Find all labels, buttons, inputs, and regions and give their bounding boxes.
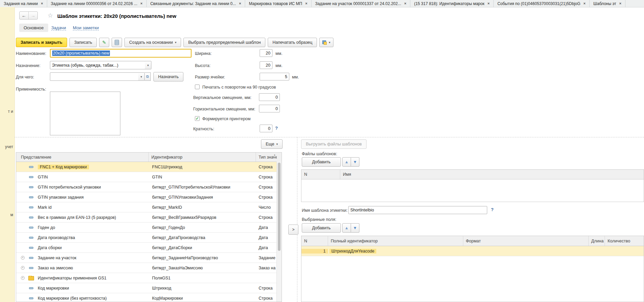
vertical-scrollbar[interactable] <box>276 162 282 302</box>
table-row[interactable]: + Годен до битмдт_ГоденДо Дата <box>16 223 282 233</box>
type-cell[interactable]: Задание н <box>256 256 277 260</box>
table-row[interactable]: + GTIN потребительской упаковки битмдт_G… <box>16 182 282 192</box>
column-header-name[interactable]: Представление <box>16 153 149 162</box>
purpose-dropdown-button[interactable]: ▾ <box>145 61 151 69</box>
close-icon[interactable]: × <box>488 2 490 5</box>
purpose-combobox[interactable]: Этикетка (обувь, одежда, табак...) <box>50 61 145 69</box>
column-header-full-identifier[interactable]: Полный идентификатор <box>328 236 463 246</box>
choose-predefined-template-button[interactable]: Выбрать предопределенный шаблон <box>183 38 265 47</box>
full-identifier-cell[interactable]: ШтрихкодДляYeacode <box>328 249 463 254</box>
identifier-cell[interactable]: КодМаркировки <box>149 296 256 301</box>
sidebar-item-fragment[interactable]: т и <box>8 109 13 114</box>
table-row[interactable]: 1 ШтрихкодДляYeacode <box>301 246 644 256</box>
applicability-textarea[interactable] <box>50 92 120 135</box>
type-cell[interactable]: Строка <box>256 165 277 169</box>
name-cell[interactable]: + Заказ на эмиссию <box>16 266 149 270</box>
printer-generated-checkbox[interactable]: ✓ <box>195 116 200 121</box>
print-sample-button[interactable]: Напечатать образец <box>268 38 317 47</box>
window-tab[interactable]: События по (01)04605370003031(21)5DbjoG … <box>494 0 590 7</box>
favorite-star-icon[interactable]: ☆ <box>48 12 53 19</box>
name-cell[interactable]: + Дата производства <box>16 235 149 240</box>
column-header-n[interactable]: N <box>301 236 328 246</box>
row-number-cell[interactable]: 1 <box>301 249 328 254</box>
table-row[interactable]: + Дата сборки битмдт_ДатаСборки Дата <box>16 243 282 253</box>
type-cell[interactable]: Строка <box>256 195 277 200</box>
for-what-combobox[interactable] <box>50 72 139 81</box>
identifier-cell[interactable]: FNC1Штрихкод <box>149 165 256 169</box>
v-offset-input[interactable]: 0 <box>259 93 280 101</box>
help-icon[interactable]: ? <box>275 126 278 131</box>
type-cell[interactable]: Строка <box>256 215 277 220</box>
column-header-count[interactable]: Количество <box>605 236 644 246</box>
name-cell[interactable]: + GTIN упаковки задания <box>16 195 149 200</box>
column-header-n[interactable]: N <box>301 170 340 179</box>
window-tab[interactable]: Задание на линии 000000356 от 24.02.2026… <box>47 0 147 7</box>
column-header-identifier[interactable]: Идентификатор <box>149 153 256 162</box>
type-cell[interactable]: Дата <box>256 235 277 240</box>
identifier-cell[interactable]: Штрихкод <box>149 286 256 291</box>
identifier-cell[interactable]: битмдт_GTINУпаковкиЗадания <box>149 195 256 200</box>
name-cell[interactable]: + Код маркировки <box>16 286 149 291</box>
identifier-cell[interactable]: битмдт_ДатаСборки <box>149 245 256 250</box>
type-cell[interactable]: Строка <box>256 175 277 179</box>
add-field-button[interactable]: Добавить <box>302 223 341 233</box>
name-cell[interactable]: + GTIN потребительской упаковки <box>16 185 149 190</box>
expand-icon[interactable]: + <box>21 276 25 280</box>
table-row[interactable]: + FNC1 + Код маркировки FNC1Штрихкод Стр… <box>16 162 282 172</box>
column-header-type[interactable]: Тип значе ▲ <box>256 153 277 162</box>
close-icon[interactable]: × <box>140 2 142 5</box>
rotate-90-checkbox[interactable] <box>195 85 200 89</box>
name-cell[interactable]: + FNC1 + Код маркировки <box>16 165 149 169</box>
identifier-cell[interactable]: битмдт_ЗаданиеНаПроизводство <box>149 256 256 260</box>
identifier-cell[interactable]: битмдт_ЗаказНаЭмиссию <box>149 266 256 270</box>
related-documents-icon-button[interactable] <box>112 38 122 47</box>
assign-button[interactable]: Назначить <box>153 72 183 81</box>
identifier-cell[interactable]: битмдт_GTINПотребительскойУпаковки <box>149 185 256 190</box>
name-cell[interactable]: + Дата сборки <box>16 245 149 250</box>
name-cell[interactable]: + Идентификаторы применения GS1 <box>16 276 149 280</box>
export-template-files-button[interactable]: Выгрузить файлы шаблонов <box>301 139 367 149</box>
height-input[interactable]: 20 <box>260 61 272 69</box>
tab-main[interactable]: Основное <box>19 24 48 32</box>
expand-icon[interactable]: + <box>21 256 25 260</box>
back-button[interactable]: ← <box>20 12 29 19</box>
window-tab[interactable]: Шаблоны эт × <box>590 0 625 7</box>
column-header-file-name[interactable]: Имя <box>340 170 644 179</box>
identifier-cell[interactable]: битмдт_ГоденДо <box>149 225 256 230</box>
identifier-cell[interactable]: ПоляGS1 <box>149 276 256 280</box>
table-row[interactable]: + GTIN упаковки задания битмдт_GTINУпако… <box>16 192 282 202</box>
close-icon[interactable]: × <box>305 2 307 5</box>
type-cell[interactable]: Строка <box>256 185 277 190</box>
close-icon[interactable]: × <box>239 2 241 5</box>
expand-icon[interactable]: + <box>21 266 25 270</box>
table-row[interactable]: + Заказ на эмиссию битмдт_ЗаказНаЭмиссию… <box>16 263 282 273</box>
table-row[interactable]: + Идентификаторы применения GS1 ПоляGS1 <box>16 273 282 283</box>
h-offset-input[interactable]: 0 <box>259 105 280 112</box>
close-icon[interactable]: × <box>619 2 621 5</box>
close-icon[interactable]: × <box>583 2 585 5</box>
type-cell[interactable]: Строка <box>256 286 277 291</box>
table-row[interactable]: + Код маркировки Штрихкод Строка <box>16 283 282 293</box>
type-cell[interactable]: Число <box>256 205 277 210</box>
type-cell[interactable]: Заказ на э <box>256 266 277 270</box>
name-input[interactable]: 20x20 (пролистыватель) new <box>50 49 192 58</box>
save-and-close-button[interactable]: Записать и закрыть <box>16 38 67 47</box>
column-header-length[interactable]: Длина <box>589 236 605 246</box>
pen-icon-button[interactable]: ✎ <box>99 38 109 47</box>
table-row[interactable]: + Задание на участок битмдт_ЗаданиеНаПро… <box>16 253 282 263</box>
move-up-button[interactable]: ▲ <box>342 223 351 233</box>
column-header-format[interactable]: Формат <box>463 236 589 246</box>
for-what-open-button[interactable]: ⧉ <box>145 72 151 81</box>
scrollbar-thumb[interactable] <box>278 163 281 251</box>
table-row[interactable]: + Дата производства битмдт_ДатаПроизводс… <box>16 233 282 243</box>
template-name-input[interactable]: ShortIntelbio <box>348 206 487 214</box>
window-tab[interactable]: Маркировка товаров ИС МП × <box>245 0 311 7</box>
name-cell[interactable]: + Mark id <box>16 205 149 210</box>
name-cell[interactable]: + Вес в граммах для EAN-13 (5 разрядов) <box>16 215 149 220</box>
identifier-cell[interactable]: битмдт_ВесВГраммах5Разрядов <box>149 215 256 220</box>
tab-my-notes[interactable]: Мои заметки <box>73 25 99 31</box>
add-file-button[interactable]: Добавить <box>302 157 341 167</box>
forward-button[interactable]: → <box>29 12 37 19</box>
close-icon[interactable]: × <box>41 2 43 5</box>
name-cell[interactable]: + GTIN <box>16 175 149 179</box>
